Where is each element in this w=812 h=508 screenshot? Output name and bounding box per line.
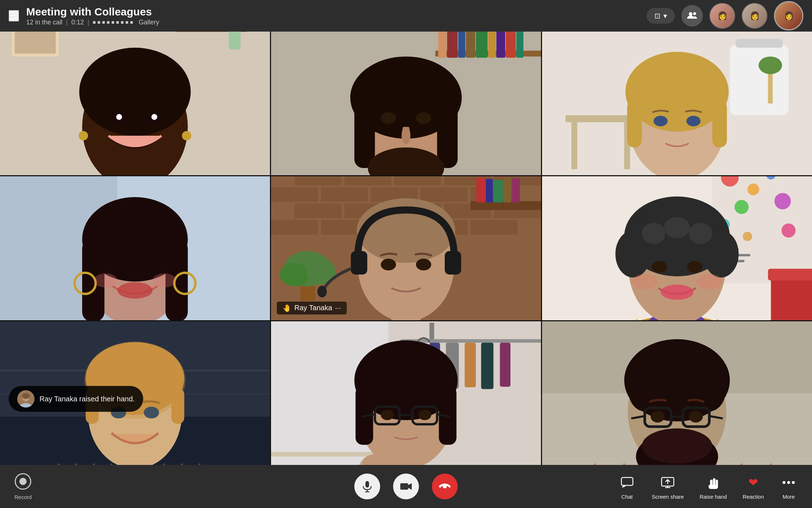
participants-icon	[687, 11, 697, 21]
svg-rect-42	[354, 98, 375, 168]
svg-rect-50	[565, 115, 636, 122]
svg-point-80	[117, 282, 153, 299]
toast-text: Ray Tanaka raised their hand.	[39, 395, 135, 403]
svg-point-128	[416, 259, 431, 271]
raisehand-label: Raise hand	[700, 494, 727, 500]
svg-point-138	[781, 224, 795, 238]
svg-rect-90	[344, 176, 391, 185]
svg-point-81	[94, 274, 117, 288]
hangup-button[interactable]	[432, 474, 458, 499]
screenshare-button[interactable]: Screen share	[652, 474, 684, 500]
svg-rect-89	[294, 176, 341, 185]
svg-point-0	[689, 12, 692, 16]
svg-point-137	[743, 232, 752, 241]
svg-rect-125	[445, 251, 461, 275]
meeting-meta: 12 in the call | 0:12 | Gallery	[26, 19, 159, 26]
svg-point-212	[381, 410, 394, 420]
svg-point-111	[280, 263, 309, 286]
more-options-dots: ···	[335, 304, 341, 312]
svg-rect-116	[494, 180, 503, 202]
participant-name: Ray Tanaka	[294, 304, 332, 312]
svg-point-78	[108, 256, 126, 269]
avatar-2[interactable]: 👩	[742, 3, 767, 29]
svg-rect-143	[768, 269, 812, 281]
svg-rect-250	[400, 483, 408, 490]
meeting-info: Meeting with Colleagues 12 in the call |…	[26, 6, 159, 26]
svg-rect-31	[466, 32, 475, 58]
avatar-3[interactable]: 👩	[774, 1, 803, 31]
svg-rect-30	[458, 32, 465, 58]
hangup-icon	[438, 483, 451, 490]
svg-rect-29	[447, 32, 457, 58]
video-cell-9	[542, 321, 812, 465]
raised-hand-icon: 🤚	[283, 304, 291, 312]
svg-rect-51	[571, 122, 577, 169]
record-control[interactable]: Record	[14, 473, 32, 500]
svg-point-236	[628, 369, 661, 411]
record-label: Record	[14, 494, 32, 500]
mic-icon	[361, 480, 373, 493]
participants-count: 12 in the call	[26, 19, 62, 26]
svg-rect-108	[471, 220, 518, 235]
view-toggle-button[interactable]: ⊡ ▾	[647, 8, 675, 24]
svg-point-79	[144, 256, 162, 269]
video-cell-8	[271, 321, 541, 465]
svg-point-183	[144, 406, 159, 418]
svg-point-63	[654, 116, 668, 126]
svg-rect-99	[294, 204, 341, 218]
avatar-1[interactable]: 👩	[709, 3, 735, 29]
svg-point-155	[652, 261, 667, 273]
svg-point-21	[151, 114, 157, 120]
svg-rect-62	[712, 101, 727, 148]
svg-point-20	[116, 114, 122, 120]
svg-rect-49	[736, 39, 783, 48]
call-duration: 0:12	[71, 19, 84, 26]
reaction-heart-icon: ❤	[748, 476, 758, 489]
svg-rect-124	[351, 251, 367, 275]
chat-button[interactable]: Chat	[618, 474, 636, 500]
toast-notification: Ray Tanaka raised their hand.	[9, 386, 143, 412]
chat-icon-box	[618, 474, 636, 491]
video-cell-6	[542, 176, 812, 320]
bottombar-center	[354, 474, 458, 499]
svg-rect-95	[321, 187, 368, 202]
svg-rect-43	[437, 98, 458, 168]
svg-point-17	[79, 48, 191, 136]
reaction-label: Reaction	[743, 494, 764, 500]
svg-point-186	[22, 393, 30, 399]
svg-rect-190	[429, 323, 434, 340]
svg-point-54	[759, 56, 782, 74]
svg-rect-195	[465, 342, 476, 387]
screenshare-label: Screen share	[652, 494, 684, 500]
reaction-button[interactable]: ❤ Reaction	[743, 474, 764, 500]
mic-control	[354, 474, 380, 499]
more-button[interactable]: More	[780, 474, 798, 500]
svg-point-45	[381, 112, 396, 124]
raisehand-button[interactable]: Raise hand	[700, 474, 727, 500]
more-label: More	[783, 494, 795, 500]
mic-button[interactable]	[354, 474, 380, 499]
menu-button[interactable]: ☰	[9, 10, 19, 22]
view-chevron: ▾	[663, 11, 667, 20]
svg-point-159	[696, 274, 722, 289]
topbar-right: ⊡ ▾ 👩 👩 👩	[647, 1, 803, 31]
svg-rect-48	[730, 45, 788, 115]
video-button[interactable]	[393, 474, 419, 499]
topbar: ☰ Meeting with Colleagues 12 in the call…	[0, 0, 812, 32]
svg-rect-97	[421, 187, 468, 202]
svg-point-156	[687, 261, 703, 273]
svg-point-127	[381, 259, 396, 271]
toast-avatar	[17, 390, 34, 407]
svg-point-245	[650, 411, 664, 423]
more-icon	[782, 481, 795, 484]
video-control	[393, 474, 419, 499]
video-grid: 🤚 Ray Tanaka ···	[0, 32, 812, 465]
svg-rect-91	[394, 176, 441, 185]
participants-button[interactable]	[681, 5, 703, 27]
bottombar-right: Chat Screen share	[597, 474, 798, 500]
bottombar-left: Record	[14, 473, 79, 500]
svg-point-23	[182, 131, 191, 140]
svg-point-133	[734, 200, 748, 214]
screenshare-icon-box	[659, 474, 677, 491]
gallery-icon	[93, 21, 133, 24]
